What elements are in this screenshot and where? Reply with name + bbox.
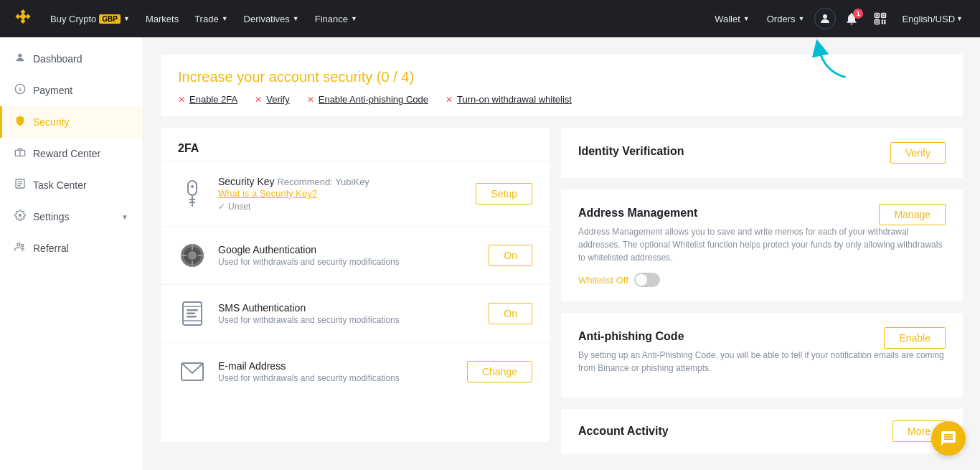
lang-chevron: ▼ <box>956 15 963 22</box>
antiphish-card: Anti-phishing Code Enable By setting up … <box>561 313 963 398</box>
svg-rect-13 <box>882 20 884 22</box>
svg-point-26 <box>22 244 24 246</box>
svg-point-31 <box>191 185 194 188</box>
sidebar: Dashboard $ Payment Security Reward Cent… <box>0 37 143 470</box>
svg-rect-14 <box>884 20 886 22</box>
check-x-icon: ✕ <box>178 95 185 105</box>
notification-badge: 1 <box>853 9 863 19</box>
sidebar-item-reward[interactable]: Reward Center <box>0 138 143 169</box>
email-change-button[interactable]: Change <box>467 361 532 382</box>
logo[interactable] <box>11 7 34 30</box>
verify-link[interactable]: Verify <box>266 94 290 105</box>
svg-rect-43 <box>187 313 195 315</box>
topnav: Buy Crypto GBP ▼ Markets Trade ▼ Derivat… <box>0 0 980 37</box>
check-icon: ✓ <box>218 202 225 212</box>
sidebar-item-security[interactable]: Security <box>0 106 143 138</box>
check-x-icon-4: ✕ <box>446 95 453 105</box>
svg-rect-44 <box>187 316 197 318</box>
enable-2fa-link[interactable]: Enable 2FA <box>189 94 237 105</box>
identity-header: Identity Verification Verify <box>578 142 946 164</box>
sms-auth-info: SMS Authentication Used for withdrawals … <box>218 302 477 325</box>
security-key-status: ✓ Unset <box>218 202 464 212</box>
sidebar-item-referral[interactable]: Referral <box>0 232 143 264</box>
nav-finance[interactable]: Finance ▼ <box>308 9 364 29</box>
svg-rect-12 <box>877 21 879 23</box>
svg-rect-42 <box>187 309 198 311</box>
security-key-setup-button[interactable]: Setup <box>476 183 532 205</box>
nav-items: Buy Crypto GBP ▼ Markets Trade ▼ Derivat… <box>43 9 705 29</box>
whitelist-link[interactable]: Turn-on withdrawal whitelist <box>457 94 572 105</box>
security-key-item: Security Key Recommend: YubiKey What is … <box>161 161 550 227</box>
check-whitelist: ✕ Turn-on withdrawal whitelist <box>446 94 572 105</box>
sidebar-item-task[interactable]: Task Center <box>0 169 143 201</box>
profile-button[interactable] <box>814 8 836 29</box>
whitelist-toggle[interactable] <box>634 273 660 287</box>
antiphish-link[interactable]: Enable Anti-phishing Code <box>319 94 428 105</box>
qr-button[interactable] <box>867 7 893 30</box>
main-layout: Dashboard $ Payment Security Reward Cent… <box>0 37 980 470</box>
security-key-info: Security Key Recommend: YubiKey What is … <box>218 176 464 212</box>
sidebar-item-dashboard[interactable]: Dashboard <box>0 43 143 75</box>
nav-trade[interactable]: Trade ▼ <box>187 9 235 29</box>
check-x-icon-2: ✕ <box>255 95 262 105</box>
antiphish-header: Anti-phishing Code Enable <box>578 327 946 349</box>
language-selector[interactable]: English/USD ▼ <box>896 9 969 29</box>
google-auth-info: Google Authentication Used for withdrawa… <box>218 244 477 267</box>
twofa-card: 2FA Security Key <box>161 128 550 442</box>
svg-point-6 <box>823 14 827 19</box>
security-key-link[interactable]: What is a Security Key? <box>218 188 317 199</box>
nav-right: Wallet ▼ Orders ▼ 1 English/USD ▼ <box>707 7 969 30</box>
sidebar-item-payment[interactable]: $ Payment <box>0 75 143 106</box>
trade-chevron: ▼ <box>222 15 228 22</box>
nav-orders[interactable]: Orders ▼ <box>760 9 812 29</box>
email-icon-wrap <box>178 357 207 386</box>
sms-auth-item: SMS Authentication Used for withdrawals … <box>161 285 550 343</box>
svg-rect-10 <box>877 14 879 17</box>
address-desc: Address Management allows you to save an… <box>578 225 946 264</box>
svg-point-25 <box>17 243 20 246</box>
nav-markets[interactable]: Markets <box>138 9 186 29</box>
check-x-icon-3: ✕ <box>307 95 314 105</box>
reward-icon <box>14 146 26 161</box>
svg-rect-15 <box>882 22 884 24</box>
sms-auth-button[interactable]: On <box>489 303 532 324</box>
svg-text:$: $ <box>19 86 22 93</box>
address-card: Address Management Manage Address Manage… <box>561 189 963 301</box>
svg-point-34 <box>188 251 197 260</box>
chat-button[interactable] <box>931 421 966 456</box>
settings-chevron-icon: ▼ <box>121 213 128 221</box>
google-auth-icon-wrap <box>178 241 207 270</box>
address-manage-button[interactable]: Manage <box>879 204 946 225</box>
google-auth-item: Google Authentication Used for withdrawa… <box>161 227 550 285</box>
antiphish-enable-button[interactable]: Enable <box>884 327 946 349</box>
twofa-title: 2FA <box>161 128 550 161</box>
identity-card: Identity Verification Verify <box>561 128 963 178</box>
finance-chevron: ▼ <box>351 15 357 22</box>
google-auth-button[interactable]: On <box>489 245 532 266</box>
notification-button[interactable]: 1 <box>839 7 864 30</box>
referral-icon <box>14 241 26 255</box>
identity-verify-button[interactable]: Verify <box>890 142 946 164</box>
nav-buy-crypto[interactable]: Buy Crypto GBP ▼ <box>43 9 137 29</box>
nav-wallet[interactable]: Wallet ▼ <box>707 9 757 29</box>
task-icon <box>14 178 26 192</box>
svg-rect-11 <box>883 14 885 17</box>
address-header: Address Management Manage <box>578 204 946 225</box>
svg-rect-16 <box>884 22 886 24</box>
whitelist-label[interactable]: Whitelist Off <box>578 275 628 286</box>
sidebar-item-settings[interactable]: Settings ▼ <box>0 201 143 232</box>
security-checklist: ✕ Enable 2FA ✕ Verify ✕ Enable Anti-phis… <box>178 94 946 105</box>
wallet-chevron: ▼ <box>743 15 750 22</box>
gbp-badge: GBP <box>99 14 121 24</box>
security-icon <box>14 115 26 129</box>
check-antiphish: ✕ Enable Anti-phishing Code <box>307 94 428 105</box>
email-info: E-mail Address Used for withdrawals and … <box>218 360 456 383</box>
sms-auth-icon-wrap <box>178 299 207 328</box>
derivatives-chevron: ▼ <box>293 15 299 22</box>
check-verify: ✕ Verify <box>255 94 290 105</box>
right-panel: Identity Verification Verify Address Man… <box>561 128 963 453</box>
check-2fa: ✕ Enable 2FA <box>178 94 237 105</box>
main-content: Increase your account security (0 / 4) ✕… <box>143 37 980 470</box>
buy-crypto-chevron: ▼ <box>123 15 130 22</box>
nav-derivatives[interactable]: Derivatives ▼ <box>237 9 306 29</box>
